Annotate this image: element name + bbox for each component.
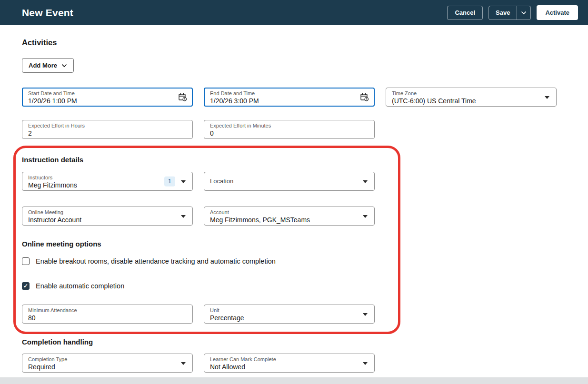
online-meeting-row: Online Meeting Instructor Account Accoun… xyxy=(22,207,588,226)
learner-can-mark-complete-select[interactable]: Learner Can Mark Complete Not Allowed xyxy=(204,354,375,373)
add-more-label: Add More xyxy=(29,62,57,69)
end-date-label: End Date and Time xyxy=(210,90,369,97)
page-bottom-gutter xyxy=(0,377,588,384)
datetime-row: Start Date and Time 1/20/26 1:00 PM End … xyxy=(22,88,588,107)
cancel-button[interactable]: Cancel xyxy=(447,6,483,20)
breakout-checkbox[interactable] xyxy=(22,257,30,265)
chevron-down-icon xyxy=(363,362,368,365)
completion-handling-heading: Completion handling xyxy=(22,338,588,346)
effort-row: Expected Effort in Hours 2 Expected Effo… xyxy=(22,120,588,139)
instruction-details-heading: Instruction details xyxy=(22,156,588,164)
online-meeting-label: Online Meeting xyxy=(28,209,187,216)
attendance-row: Minimum Attendance 80 Unit Percentage xyxy=(22,305,588,324)
chevron-down-icon xyxy=(521,11,527,15)
activate-button[interactable]: Activate xyxy=(537,5,578,20)
activities-heading: Activities xyxy=(22,38,588,47)
start-date-field[interactable]: Start Date and Time 1/20/26 1:00 PM xyxy=(22,88,193,107)
chevron-down-icon xyxy=(181,362,186,365)
instructors-count-badge: 1 xyxy=(164,177,175,187)
breakout-checkbox-row[interactable]: Enable breakout rooms, disable attendanc… xyxy=(22,257,588,265)
end-date-value: 1/20/26 3:00 PM xyxy=(210,97,369,105)
auto-completion-checkbox[interactable] xyxy=(22,282,30,290)
chevron-down-icon xyxy=(61,64,67,68)
effort-minutes-value: 0 xyxy=(210,129,369,138)
chevron-down-icon xyxy=(545,96,549,99)
calendar-clock-icon[interactable] xyxy=(178,93,187,102)
calendar-clock-icon[interactable] xyxy=(360,93,369,102)
online-meeting-select[interactable]: Online Meeting Instructor Account xyxy=(22,207,193,226)
effort-hours-label: Expected Effort in Hours xyxy=(28,122,187,129)
auto-completion-checkbox-row[interactable]: Enable automatic completion xyxy=(22,282,588,290)
minimum-attendance-label: Minimum Attendance xyxy=(28,307,187,314)
effort-minutes-label: Expected Effort in Minutes xyxy=(210,122,369,129)
completion-type-value: Required xyxy=(28,363,187,371)
instructors-row: Instructors Meg Fitzimmons 1 Location xyxy=(22,172,588,191)
page-title: New Event xyxy=(22,7,73,19)
end-date-field[interactable]: End Date and Time 1/20/26 3:00 PM xyxy=(204,88,375,107)
minimum-attendance-value: 80 xyxy=(28,314,187,322)
location-label: Location xyxy=(210,178,233,185)
completion-row: Completion Type Required Learner Can Mar… xyxy=(22,354,588,373)
instructors-label: Instructors xyxy=(28,174,187,181)
account-label: Account xyxy=(210,209,369,216)
effort-hours-field[interactable]: Expected Effort in Hours 2 xyxy=(22,120,193,139)
unit-select[interactable]: Unit Percentage xyxy=(204,305,375,324)
learner-can-mark-complete-label: Learner Can Mark Complete xyxy=(210,356,369,363)
start-date-value: 1/20/26 1:00 PM xyxy=(28,97,187,105)
chevron-down-icon xyxy=(363,180,368,183)
breakout-checkbox-label: Enable breakout rooms, disable attendanc… xyxy=(36,257,276,265)
app-header: New Event Cancel Save Activate xyxy=(0,0,588,25)
save-button[interactable]: Save xyxy=(489,6,517,20)
unit-label: Unit xyxy=(210,307,369,314)
timezone-value: (UTC-6:00) US Central Time xyxy=(392,97,550,105)
instructors-select[interactable]: Instructors Meg Fitzimmons 1 xyxy=(22,172,193,191)
instructors-value: Meg Fitzimmons xyxy=(28,181,187,189)
chevron-down-icon xyxy=(363,313,368,316)
completion-type-label: Completion Type xyxy=(28,356,187,363)
minimum-attendance-field[interactable]: Minimum Attendance 80 xyxy=(22,305,193,324)
save-split-button: Save xyxy=(488,6,531,20)
main-content: Activities Add More Start Date and Time … xyxy=(0,38,588,373)
account-value: Meg Fitzimmons, PGK_MSTeams xyxy=(210,216,369,224)
timezone-label: Time Zone xyxy=(392,90,550,97)
online-meeting-options-heading: Online meeting options xyxy=(22,240,588,248)
effort-hours-value: 2 xyxy=(28,129,187,138)
online-meeting-value: Instructor Account xyxy=(28,216,187,224)
save-dropdown-button[interactable] xyxy=(517,6,530,20)
learner-can-mark-complete-value: Not Allowed xyxy=(210,363,369,371)
account-select[interactable]: Account Meg Fitzimmons, PGK_MSTeams xyxy=(204,207,375,226)
chevron-down-icon xyxy=(181,180,186,183)
effort-minutes-field[interactable]: Expected Effort in Minutes 0 xyxy=(204,120,375,139)
header-actions: Cancel Save Activate xyxy=(447,5,578,20)
start-date-label: Start Date and Time xyxy=(28,90,187,97)
timezone-select[interactable]: Time Zone (UTC-6:00) US Central Time xyxy=(386,88,557,107)
unit-value: Percentage xyxy=(210,314,369,322)
chevron-down-icon xyxy=(181,215,186,218)
location-select[interactable]: Location xyxy=(204,172,375,191)
auto-completion-checkbox-label: Enable automatic completion xyxy=(36,282,124,290)
completion-type-select[interactable]: Completion Type Required xyxy=(22,354,193,373)
chevron-down-icon xyxy=(363,215,368,218)
add-more-button[interactable]: Add More xyxy=(22,58,74,73)
